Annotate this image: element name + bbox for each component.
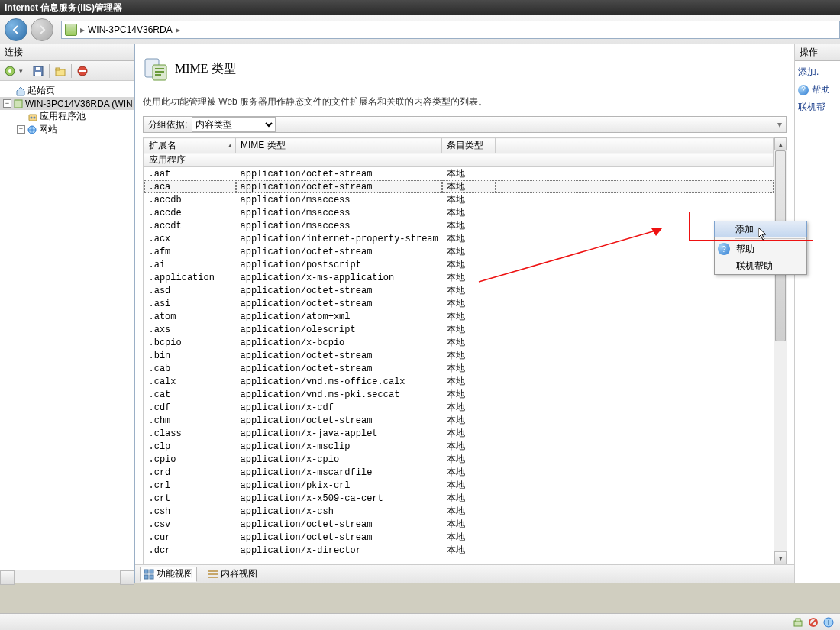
action-add[interactable]: 添加.	[798, 66, 837, 79]
tab-features-view[interactable]: 功能视图	[140, 567, 197, 582]
context-menu-add[interactable]: 添加	[714, 221, 807, 237]
column-header-extension[interactable]: 扩展名▴	[144, 138, 236, 153]
status-icon[interactable]	[793, 617, 803, 628]
action-label: 帮助	[812, 83, 830, 96]
table-row[interactable]: .aiapplication/postscript本地	[144, 258, 774, 271]
table-row[interactable]: .cabapplication/octet-stream本地	[144, 362, 774, 375]
connect-icon[interactable]	[3, 64, 17, 78]
group-by-select[interactable]: 内容类型	[192, 117, 276, 132]
tree-server-node[interactable]: − WIN-3PC14V36RDA (WIN	[0, 97, 134, 110]
cell-spacer	[496, 544, 774, 557]
window-titlebar: Internet 信息服务(IIS)管理器	[0, 0, 840, 15]
cell-ext: .chm	[144, 414, 236, 427]
column-header-entry[interactable]: 条目类型	[442, 138, 496, 153]
cell-spacer	[496, 284, 774, 297]
breadcrumb-server[interactable]: WIN-3PC14V36RDA	[88, 24, 173, 35]
tree-app-pools[interactable]: 应用程序池	[0, 110, 134, 123]
up-level-icon[interactable]	[53, 64, 67, 78]
action-online-help[interactable]: 联机帮	[798, 101, 837, 114]
save-icon[interactable]	[31, 64, 45, 78]
stop-icon[interactable]	[76, 64, 89, 78]
table-row[interactable]: .crtapplication/x-x509-ca-cert本地	[144, 492, 774, 505]
table-row[interactable]: .crdapplication/x-mscardfile本地	[144, 466, 774, 479]
scroll-down-icon[interactable]: ▾	[774, 551, 787, 564]
tree-start-page[interactable]: 起始页	[0, 84, 134, 97]
cell-entry: 本地	[442, 310, 496, 323]
table-row[interactable]: .calxapplication/vnd.ms-office.calx本地	[144, 375, 774, 388]
table-row[interactable]: .dcrapplication/x-director本地	[144, 544, 774, 557]
table-row[interactable]: .acxapplication/internet-property-stream…	[144, 232, 774, 245]
table-row[interactable]: .asiapplication/octet-stream本地	[144, 297, 774, 310]
table-row[interactable]: .accdbapplication/msaccess本地	[144, 193, 774, 206]
cell-entry: 本地	[442, 232, 496, 245]
cell-spacer	[496, 362, 774, 375]
table-row[interactable]: .accdtapplication/msaccess本地	[144, 219, 774, 232]
group-by-dropdown-icon[interactable]: ▾	[773, 119, 786, 130]
column-header-mime[interactable]: MIME 类型	[236, 138, 442, 153]
status-icon[interactable]	[808, 617, 819, 628]
status-bar: i	[0, 613, 840, 630]
cell-mime: application/vnd.ms-pki.seccat	[236, 388, 442, 401]
cell-mime: application/octet-stream	[236, 167, 442, 181]
table-row[interactable]: .clpapplication/x-msclip本地	[144, 440, 774, 453]
table-row[interactable]: .csvapplication/octet-stream本地	[144, 518, 774, 531]
cell-mime: application/octet-stream	[236, 414, 442, 427]
nav-back-button[interactable]	[5, 18, 27, 41]
dropdown-arrow-icon[interactable]: ▾	[19, 67, 23, 75]
action-help[interactable]: ? 帮助	[798, 83, 837, 96]
collapse-icon[interactable]: −	[3, 99, 11, 108]
table-row[interactable]: .cshapplication/x-csh本地	[144, 505, 774, 518]
cell-mime: application/olescript	[236, 323, 442, 336]
connections-tree[interactable]: 起始页 − WIN-3PC14V36RDA (WIN 应用程序池 +	[0, 81, 134, 570]
context-menu-help[interactable]: ? 帮助	[715, 241, 806, 257]
cell-spacer	[496, 505, 774, 518]
cell-ext: .ai	[144, 258, 236, 271]
nav-forward-button[interactable]	[31, 18, 53, 41]
scroll-up-icon[interactable]: ▴	[774, 137, 787, 150]
table-row[interactable]: .cpioapplication/x-cpio本地	[144, 453, 774, 466]
table-row[interactable]: .atomapplication/atom+xml本地	[144, 310, 774, 323]
feature-pane: MIME 类型 使用此功能管理被 Web 服务器用作静态文件的文件扩展名和关联的…	[135, 44, 794, 583]
svg-point-12	[34, 116, 36, 118]
table-row[interactable]: .accdeapplication/msaccess本地	[144, 206, 774, 219]
tree-sites[interactable]: + 网站	[0, 123, 134, 136]
breadcrumb-bar[interactable]: ▸ WIN-3PC14V36RDA ▸	[61, 21, 840, 39]
table-row[interactable]: .crlapplication/pkix-crl本地	[144, 479, 774, 492]
cell-ext: .bin	[144, 349, 236, 362]
table-row[interactable]: .acaapplication/octet-stream本地	[144, 180, 774, 193]
cell-ext: .clp	[144, 440, 236, 453]
table-row[interactable]: .catapplication/vnd.ms-pki.seccat本地	[144, 388, 774, 401]
cell-spacer	[496, 479, 774, 492]
vertical-scrollbar[interactable]: ▴ ▾	[774, 137, 787, 564]
cell-mime: application/octet-stream	[236, 362, 442, 375]
table-row[interactable]: .cdfapplication/x-cdf本地	[144, 401, 774, 414]
table-row[interactable]: .classapplication/x-java-applet本地	[144, 427, 774, 440]
table-row[interactable]: .aafapplication/octet-stream本地	[144, 167, 774, 181]
context-menu-separator	[735, 238, 805, 239]
cell-ext: .dcr	[144, 544, 236, 557]
status-icon[interactable]: i	[823, 617, 834, 628]
toolbar-separator	[49, 64, 50, 78]
help-icon: ?	[718, 243, 730, 255]
table-row[interactable]: .curapplication/octet-stream本地	[144, 531, 774, 544]
actions-title: 操作	[800, 46, 818, 59]
table-row[interactable]: .asdapplication/octet-stream本地	[144, 284, 774, 297]
context-menu-label: 帮助	[736, 243, 754, 256]
cell-entry: 本地	[442, 375, 496, 388]
table-row[interactable]: .applicationapplication/x-ms-application…	[144, 271, 774, 284]
table-row[interactable]: .binapplication/octet-stream本地	[144, 349, 774, 362]
expand-icon[interactable]: +	[17, 125, 25, 134]
context-menu-online-help[interactable]: 联机帮助	[715, 257, 806, 274]
app-pool-icon	[27, 111, 38, 122]
table-row[interactable]: .bcpioapplication/x-bcpio本地	[144, 336, 774, 349]
tab-content-view[interactable]: 内容视图	[205, 567, 260, 582]
table-row[interactable]: .afmapplication/octet-stream本地	[144, 245, 774, 258]
context-menu-label: 联机帮助	[736, 260, 773, 273]
help-icon: ?	[798, 85, 809, 95]
horizontal-scrollbar[interactable]	[0, 570, 134, 583]
table-row[interactable]: .chmapplication/octet-stream本地	[144, 414, 774, 427]
mime-grid[interactable]: 扩展名▴ MIME 类型 条目类型 应用程序 .aafapplication/o…	[144, 137, 774, 564]
table-row[interactable]: .axsapplication/olescript本地	[144, 323, 774, 336]
cell-spacer	[496, 297, 774, 310]
group-header[interactable]: 应用程序	[144, 153, 774, 167]
